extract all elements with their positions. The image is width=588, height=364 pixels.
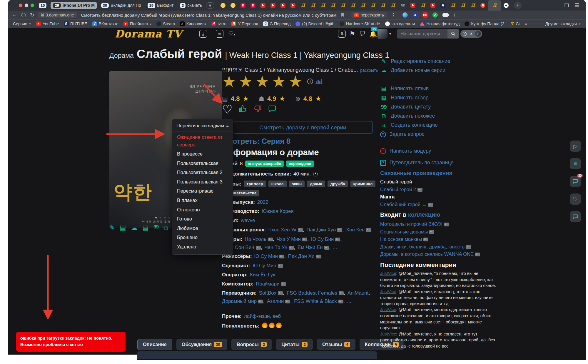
side-panels-icon[interactable]: ❏ (564, 2, 569, 9)
expand-link[interactable]: раскрыть (360, 68, 378, 73)
tab-dorama-active[interactable]: Д (488, 0, 501, 11)
download-icon[interactable]: ↓ (453, 12, 456, 18)
avatar[interactable] (377, 29, 387, 39)
tab-youtube[interactable] (258, 0, 268, 11)
tab-dorama[interactable]: Д (298, 0, 308, 11)
bookmark-ivi[interactable]: Иivi.ru (211, 21, 227, 26)
page-guide-link[interactable]: ?Путеводитель по странице (380, 158, 454, 167)
other-link[interactable]: лайф-экшн, веб (244, 313, 281, 319)
search-input[interactable] (397, 29, 447, 39)
tab-laugh-emoji[interactable] (228, 0, 238, 11)
thumbs-down-button[interactable] (253, 104, 262, 114)
bookmark-ya-translate[interactable]: ЯУ Перевод (231, 21, 258, 26)
year-link[interactable]: 2022 (257, 199, 268, 205)
genre-tag[interactable]: экшн (289, 181, 305, 187)
tab-laugh-emoji[interactable] (218, 0, 228, 11)
auto-theme-clock-icon[interactable] (462, 31, 467, 37)
tab-quotes[interactable]: Цитаты2 (276, 339, 313, 350)
fab-favorite-button[interactable]: ♡ (570, 193, 581, 205)
tab-dorama[interactable]: Д (448, 0, 458, 11)
bookmark-ci[interactable]: ДCi (509, 21, 519, 26)
related-link[interactable]: Слабый герой 2 (380, 186, 433, 193)
collection-item[interactable]: Социальные дорамы (380, 228, 480, 236)
tab-groups-chevron[interactable]: ∨ (206, 2, 214, 9)
back-icon[interactable]: ← (12, 12, 17, 18)
dropdown-header[interactable]: Перейти к закладкам≡ (172, 122, 233, 131)
collection-item[interactable]: Мотоциклы и прочий ВЖУХ (380, 221, 480, 228)
filters-icon[interactable]: ⇅ (338, 30, 346, 38)
reload-icon[interactable]: ↻ (30, 12, 34, 18)
tab-ivi[interactable]: И (238, 0, 248, 11)
person-link[interactable]: Ём Чжи Ён (298, 245, 323, 250)
bookmark-kinopoisk[interactable]: ККинопоиск (180, 21, 206, 26)
dark-theme-moon-icon[interactable]: ☾ (475, 31, 481, 37)
fab-play-button[interactable]: ▷ (570, 141, 581, 152)
battery-icon[interactable] (442, 13, 448, 17)
rating-chart-icon[interactable] (315, 79, 323, 84)
person-link[interactable]: Пак Дан Хи (288, 253, 315, 259)
collection-item[interactable]: На основе манхвы (380, 236, 480, 243)
bookmark-steam[interactable]: Steam (156, 21, 175, 26)
person-link[interactable]: Праймари (256, 281, 280, 287)
menu-item[interactable]: Удалено (172, 242, 233, 252)
tab-description[interactable]: Описание (137, 339, 172, 350)
favorite-heart-button[interactable]: ♡ (222, 103, 233, 115)
menu-item[interactable]: Пользовательская 3 (172, 177, 233, 187)
genre-tag[interactable]: драма (307, 181, 325, 187)
tab-youtube[interactable] (278, 0, 288, 11)
error-toast[interactable]: ошибка при загрузке закладок: Не понятно… (16, 332, 126, 352)
tab-group-iphone[interactable]: 29iPhone 14 Pro M (51, 2, 97, 9)
favorites-heart-menu-icon[interactable]: ♡▾ (228, 30, 235, 37)
address-page-title[interactable]: Смотреть бесплатно дораму Слабый герой (… (81, 13, 337, 18)
tab-group-vyhodit[interactable]: 19Выходит (145, 2, 176, 9)
tab-youtube[interactable] (408, 0, 418, 11)
bookmark-ribbon-icon[interactable]: ⚑ (349, 30, 355, 38)
tab-dorama[interactable]: Д (338, 0, 348, 11)
tab-dorama[interactable]: Д (368, 0, 378, 11)
theme-switcher[interactable]: ☀ ☾ (460, 30, 482, 38)
avatar-caret-icon[interactable]: ▾ (389, 32, 391, 36)
address-domain[interactable]: 3.doramatv.one (38, 12, 77, 18)
fab-discussions-button[interactable]: 30 (570, 176, 581, 187)
comment-user-link[interactable]: JustVice (380, 289, 396, 294)
other-bookmarks[interactable]: Другие закладки∨ (545, 21, 581, 26)
extension-hd-icon[interactable]: HD (422, 12, 428, 18)
comment-user-link[interactable]: JustVice (380, 271, 396, 276)
bookmarks-overflow[interactable]: » (524, 21, 527, 26)
genre-tag[interactable]: школа (268, 181, 287, 187)
channel-link[interactable]: wavve (241, 218, 255, 223)
edit-description-link[interactable]: ✎Редактировать описание (380, 57, 450, 66)
tab-github[interactable]: ● (501, 0, 511, 11)
review-doc-icon[interactable]: ▤ (142, 224, 148, 232)
bookmark-youtube[interactable]: YouTube (36, 21, 59, 26)
comments-bubble-button[interactable] (268, 104, 277, 114)
rating-info-icon[interactable]: i (307, 79, 313, 84)
search-button[interactable] (447, 29, 459, 39)
collection-item[interactable]: Драки, янки, буллинг, дружба, юность (380, 243, 480, 251)
translators-more-link[interactable]: ... (347, 298, 351, 304)
quote-icon[interactable]: 99 (153, 224, 158, 232)
tab-dorama[interactable]: Д (358, 0, 368, 11)
more-dots-icon[interactable]: ⋮ (391, 12, 396, 18)
tab-yandex[interactable]: Я (478, 0, 488, 11)
write-review-link[interactable]: ▤Написать отзыв (380, 84, 437, 93)
person-link[interactable]: Ю Су Бин (311, 236, 334, 242)
genre-tag[interactable]: дружба (328, 181, 348, 187)
browser-menu-icon[interactable]: ☰ (575, 2, 579, 9)
calendar-download-icon[interactable]: ⤓ (199, 30, 207, 38)
bookmark-photo[interactable]: Ночная фотостуд (420, 21, 460, 26)
create-collection-link[interactable]: ≋Создать коллекцию (380, 121, 437, 130)
menu-item[interactable]: Пересматриваю (172, 186, 233, 196)
person-link[interactable]: Чха У Мин (277, 236, 301, 242)
bookmark-github-1[interactable]: Hardcore-SK at de (340, 21, 380, 26)
person-link[interactable]: Чхве Хён Ук (268, 227, 296, 233)
tab-ivi[interactable]: И (248, 0, 258, 11)
menu-item[interactable]: В планах (172, 196, 233, 205)
site-logo[interactable]: Dorama TV (115, 28, 182, 40)
bookmark-panda[interactable]: Кунг-фу Панда (2 (465, 21, 504, 26)
tab-hd[interactable]: HD (398, 0, 408, 11)
tab-group-10[interactable]: 10 (36, 2, 49, 9)
menu-item[interactable]: В процессе (172, 149, 233, 159)
tab-group-skachat[interactable]: 3скачать (178, 2, 204, 9)
tab-group-vkladki[interactable]: 30Вкладки для Пр (99, 2, 143, 9)
